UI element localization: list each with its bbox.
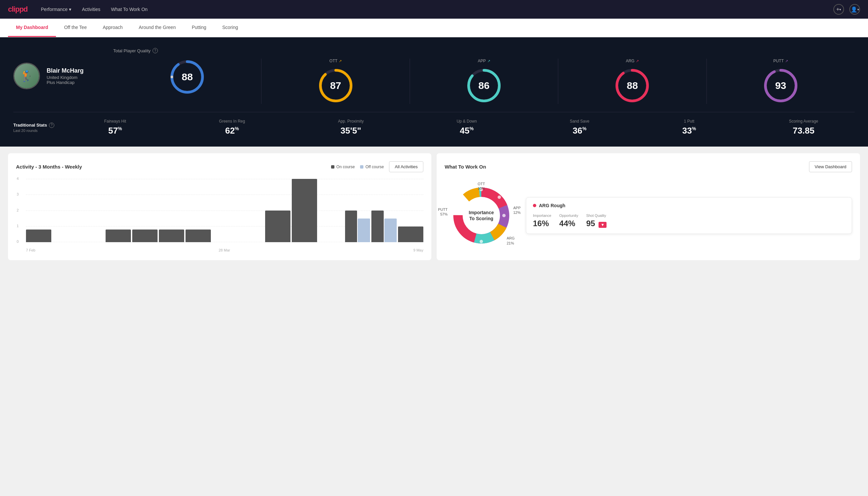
stat-1putt-label: 1 Putt — [682, 119, 696, 124]
activity-controls: On course Off course All Activities — [331, 161, 423, 172]
nav-icons: + ▾ 👤 ▾ — [833, 4, 860, 15]
tab-scoring[interactable]: Scoring — [214, 19, 246, 37]
shot-quality-badge: ▼ — [599, 222, 606, 228]
work-on-title: What To Work On — [445, 164, 486, 170]
putt-donut-label: PUTT 57% — [438, 207, 448, 217]
tpq-help-icon[interactable]: ? — [153, 48, 158, 53]
all-activities-button[interactable]: All Activities — [389, 161, 423, 172]
metric-importance: Importance 16% — [533, 214, 551, 228]
on-course-dot — [331, 165, 334, 169]
bar-oncourse-13 — [372, 211, 384, 242]
hero-top: 🏌️ Blair McHarg United Kingdom Plus Hand… — [13, 48, 855, 104]
main-score-value: 88 — [182, 71, 193, 83]
view-dashboard-button[interactable]: View Dashboard — [809, 161, 852, 172]
top-nav: clippd Performance ▾ Activities What To … — [0, 0, 868, 19]
shot-quality-value: 95 ▼ — [586, 219, 606, 228]
info-metrics: Importance 16% Opportunity 44% Shot Qual… — [533, 214, 845, 228]
donut-section: Importance To Scoring OTT 10% APP 12% AR… — [445, 179, 852, 252]
scores-section: Total Player Quality ? 88 — [113, 48, 855, 104]
activity-left: Activity - 3 Months - Weekly — [16, 164, 82, 170]
stat-scoring-avg: Scoring Average 73.85 — [789, 119, 818, 136]
activity-card: Activity - 3 Months - Weekly On course O… — [8, 153, 431, 260]
app-score-card: APP ↗ 86 — [410, 59, 558, 104]
bar-oncourse-0 — [26, 230, 51, 242]
bar-oncourse-6 — [186, 230, 211, 242]
arg-circle: 88 — [614, 67, 650, 104]
bar-group-4 — [132, 230, 158, 242]
ott-arrow: ↗ — [339, 59, 342, 63]
stat-scoring-avg-value: 73.85 — [789, 126, 818, 136]
app-donut-label: APP 12% — [513, 205, 521, 215]
metric-opportunity: Opportunity 44% — [559, 214, 578, 228]
user-chevron-icon: ▾ — [857, 7, 859, 11]
legend-on-course: On course — [331, 165, 355, 169]
app-arrow: ↗ — [487, 59, 490, 63]
add-chevron-icon: ▾ — [839, 7, 841, 11]
tab-putting[interactable]: Putting — [184, 19, 215, 37]
arg-score-card: ARG ↗ 88 — [558, 59, 707, 104]
trad-stats-sublabel: Last 20 rounds — [13, 128, 54, 133]
trad-stats-label: Traditional Stats — [13, 123, 47, 128]
bar-oncourse-3 — [106, 230, 131, 242]
work-on-card-header: What To Work On View Dashboard — [445, 161, 852, 172]
user-menu-button[interactable]: 👤 ▾ — [849, 4, 860, 15]
nav-what-to-work-on[interactable]: What To Work On — [111, 7, 147, 12]
svg-point-8 — [467, 84, 470, 87]
arg-arrow: ↗ — [636, 59, 639, 63]
arg-rough-dot — [533, 204, 536, 207]
activity-card-header: Activity - 3 Months - Weekly On course O… — [16, 161, 423, 172]
ott-label: OTT ↗ — [329, 59, 342, 63]
tab-my-dashboard[interactable]: My Dashboard — [8, 19, 56, 37]
stat-fairways-hit: Fairways Hit 57% — [104, 119, 126, 136]
logo: clippd — [8, 5, 28, 14]
nav-performance-chevron: ▾ — [69, 7, 71, 12]
metric-shot-quality: Shot Quality 95 ▼ — [586, 214, 606, 228]
stat-1putt-value: 33% — [682, 126, 696, 136]
player-country: United Kingdom — [47, 75, 84, 80]
nav-activities-label: Activities — [82, 7, 100, 12]
bar-group-5 — [159, 230, 184, 242]
arg-rough-card: ARG Rough Importance 16% Opportunity 44%… — [526, 197, 852, 234]
avatar: 🏌️ — [13, 63, 40, 89]
arg-donut-label: ARG 21% — [507, 236, 515, 246]
on-course-label: On course — [336, 165, 355, 169]
nav-performance[interactable]: Performance ▾ — [41, 7, 71, 12]
arg-rough-title: ARG Rough — [533, 203, 845, 208]
donut-chart: Importance To Scoring OTT 10% APP 12% AR… — [445, 179, 518, 252]
bar-group-0 — [26, 230, 51, 242]
putt-score-value: 93 — [775, 80, 786, 91]
tab-bar: My Dashboard Off the Tee Approach Around… — [0, 19, 868, 37]
bar-group-6 — [186, 230, 211, 242]
stat-app-prox-value: 35'5" — [338, 126, 364, 136]
x-label-feb: 7 Feb — [26, 248, 35, 252]
svg-point-20 — [498, 196, 501, 199]
add-button[interactable]: + ▾ — [833, 4, 844, 15]
tab-off-the-tee[interactable]: Off the Tee — [56, 19, 95, 37]
stat-app-proximity: App. Proximity 35'5" — [338, 119, 364, 136]
nav-what-to-work-on-label: What To Work On — [111, 7, 147, 12]
tab-approach[interactable]: Approach — [95, 19, 130, 37]
putt-circle: 93 — [762, 67, 799, 104]
trad-stats-help-icon[interactable]: ? — [49, 123, 54, 128]
stat-up-down-value: 45% — [457, 126, 477, 136]
bar-oncourse-14 — [398, 227, 423, 243]
opportunity-label: Opportunity — [559, 214, 578, 218]
user-icon: 👤 — [851, 6, 857, 13]
ott-score-value: 87 — [330, 80, 341, 91]
stat-fairways-hit-label: Fairways Hit — [104, 119, 126, 124]
hero-section: 🏌️ Blair McHarg United Kingdom Plus Hand… — [0, 37, 868, 146]
app-score-value: 86 — [478, 80, 489, 91]
x-label-mar: 28 Mar — [219, 248, 230, 252]
work-on-card: What To Work On View Dashboard — [437, 153, 860, 260]
bar-chart: 4 3 2 1 0 7 Feb 28 Mar 9 May — [16, 179, 423, 252]
nav-performance-label: Performance — [41, 7, 68, 12]
nav-activities[interactable]: Activities — [82, 7, 100, 12]
bars-wrapper — [26, 179, 423, 242]
scores-title: Total Player Quality ? — [113, 48, 855, 53]
donut-center-text: Importance To Scoring — [469, 210, 494, 221]
putt-label: PUTT ↗ — [773, 59, 788, 63]
importance-value: 16% — [533, 219, 551, 228]
shot-quality-label: Shot Quality — [586, 214, 606, 218]
tab-around-the-green[interactable]: Around the Green — [130, 19, 184, 37]
chart-legend: On course Off course — [331, 165, 384, 169]
